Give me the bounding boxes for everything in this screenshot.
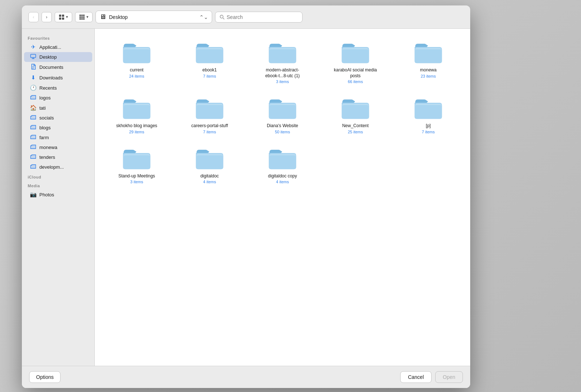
file-name: Diana's Website bbox=[267, 123, 298, 129]
file-item[interactable]: skhokho blog images 29 items bbox=[102, 92, 171, 138]
file-count: 29 items bbox=[129, 130, 144, 134]
svg-rect-3 bbox=[62, 17, 64, 20]
sidebar-item-desktop[interactable]: Desktop bbox=[24, 52, 92, 62]
blogs-icon bbox=[30, 125, 36, 131]
sidebar-item-label: tati bbox=[39, 105, 46, 111]
search-input[interactable] bbox=[227, 14, 298, 20]
cancel-button[interactable]: Cancel bbox=[400, 371, 432, 383]
tenders-icon bbox=[30, 154, 36, 160]
file-item[interactable]: [p] 7 items bbox=[394, 92, 463, 138]
sidebar-item-photos[interactable]: 📷 Photos bbox=[24, 189, 92, 200]
back-button[interactable]: ‹ bbox=[28, 12, 39, 22]
sidebar-item-logos[interactable]: logos bbox=[24, 93, 92, 103]
file-item[interactable]: modern-abstract-ebook-t...8-utc (1) 3 it… bbox=[248, 36, 317, 88]
folder-icon bbox=[195, 40, 224, 64]
sidebar-item-recents[interactable]: 🕐 Recents bbox=[24, 83, 92, 93]
folder-icon bbox=[268, 96, 297, 120]
folder-icon bbox=[341, 96, 370, 120]
location-text: Desktop bbox=[109, 14, 196, 20]
sidebar-item-tenders[interactable]: tenders bbox=[24, 152, 92, 162]
file-count: 24 items bbox=[129, 74, 144, 78]
downloads-icon: ⬇ bbox=[30, 74, 36, 81]
file-grid: current 24 items ebook1 7 items bbox=[102, 36, 463, 188]
file-count: 23 items bbox=[421, 74, 436, 78]
file-count: 4 items bbox=[203, 180, 216, 184]
toolbar: ‹ › ▾ ▾ bbox=[22, 5, 470, 29]
svg-rect-0 bbox=[59, 15, 61, 17]
sidebar-item-socials[interactable]: socials bbox=[24, 113, 92, 123]
sidebar-item-label: blogs bbox=[39, 125, 51, 130]
file-item[interactable]: karaboAI social media posts 66 items bbox=[321, 36, 390, 88]
sidebar-item-label: Recents bbox=[39, 85, 57, 91]
file-item[interactable]: digitaldoc copy 4 items bbox=[248, 142, 317, 189]
sidebar-item-applications[interactable]: ✈ Applicati... bbox=[24, 42, 92, 52]
svg-rect-14 bbox=[31, 54, 36, 58]
footer-actions: Cancel Open bbox=[400, 371, 463, 383]
file-item[interactable]: current 24 items bbox=[102, 36, 171, 88]
sidebar-item-label: Documents bbox=[39, 64, 63, 70]
icon-view-button[interactable]: ▾ bbox=[55, 12, 72, 22]
sidebar-item-downloads[interactable]: ⬇ Downloads bbox=[24, 72, 92, 83]
file-count: 7 items bbox=[203, 130, 216, 134]
sidebar-item-monewa[interactable]: monewa bbox=[24, 142, 92, 152]
sidebar-item-label: tenders bbox=[39, 154, 55, 160]
file-item[interactable]: Stand-up Meetings 3 items bbox=[102, 142, 171, 189]
sidebar-item-label: developm... bbox=[39, 164, 64, 170]
location-folder-icon: 🖥 bbox=[100, 13, 106, 21]
sidebar-item-label: Downloads bbox=[39, 75, 63, 81]
forward-button[interactable]: › bbox=[42, 12, 52, 22]
file-name: careers-portal-stuff bbox=[191, 123, 228, 129]
open-button[interactable]: Open bbox=[435, 371, 463, 383]
file-name: modern-abstract-ebook-t...8-utc (1) bbox=[261, 67, 304, 79]
file-count: 25 items bbox=[348, 130, 363, 134]
svg-rect-10 bbox=[79, 18, 81, 20]
sidebar-item-blogs[interactable]: blogs bbox=[24, 123, 92, 133]
file-item[interactable]: monewa 23 items bbox=[394, 36, 463, 88]
file-name: monewa bbox=[420, 67, 436, 73]
svg-rect-8 bbox=[81, 16, 83, 18]
photos-icon: 📷 bbox=[30, 191, 36, 198]
file-name: ebook1 bbox=[202, 67, 217, 73]
sidebar-item-label: monewa bbox=[39, 145, 57, 150]
sidebar-item-tati[interactable]: 🏠 tati bbox=[24, 103, 92, 113]
location-bar[interactable]: 🖥 Desktop ⌃⌄ bbox=[95, 11, 212, 23]
main-content: Favourites ✈ Applicati... Desktop bbox=[22, 29, 470, 366]
monewa-icon bbox=[30, 144, 36, 150]
file-item[interactable]: New_Content 25 items bbox=[321, 92, 390, 138]
file-name: current bbox=[130, 67, 143, 73]
folder-icon bbox=[122, 40, 151, 64]
sidebar-item-label: farm bbox=[39, 135, 49, 140]
sidebar-item-development[interactable]: developm... bbox=[24, 162, 92, 172]
sidebar-item-label: Applicati... bbox=[39, 44, 61, 50]
file-name: skhokho blog images bbox=[116, 123, 157, 129]
sidebar-item-label: logos bbox=[39, 95, 51, 101]
sidebar-item-label: Desktop bbox=[39, 54, 57, 60]
file-item[interactable]: digitaldoc 4 items bbox=[175, 142, 244, 189]
folder-icon bbox=[122, 146, 151, 170]
svg-rect-6 bbox=[83, 15, 85, 16]
recents-icon: 🕐 bbox=[30, 85, 36, 91]
sidebar-item-label: socials bbox=[39, 115, 54, 121]
file-count: 3 items bbox=[276, 79, 289, 84]
socials-icon bbox=[30, 115, 36, 121]
file-name: Stand-up Meetings bbox=[118, 173, 155, 179]
file-name: digitaldoc copy bbox=[268, 173, 297, 179]
sidebar-item-farm[interactable]: farm bbox=[24, 133, 92, 142]
svg-point-13 bbox=[220, 15, 223, 18]
grid-view-button[interactable]: ▾ bbox=[75, 12, 93, 22]
search-icon bbox=[220, 15, 225, 20]
file-name: New_Content bbox=[342, 123, 369, 129]
svg-rect-4 bbox=[79, 15, 81, 16]
folder-icon bbox=[268, 40, 297, 64]
svg-rect-1 bbox=[62, 15, 64, 17]
file-count: 4 items bbox=[276, 180, 289, 184]
file-name: digitaldoc bbox=[200, 173, 219, 179]
file-item[interactable]: careers-portal-stuff 7 items bbox=[175, 92, 244, 138]
folder-icon bbox=[122, 96, 151, 120]
options-button[interactable]: Options bbox=[29, 371, 61, 383]
file-item[interactable]: Diana's Website 50 items bbox=[248, 92, 317, 138]
development-icon bbox=[30, 164, 36, 170]
search-bar[interactable] bbox=[215, 12, 303, 23]
file-item[interactable]: ebook1 7 items bbox=[175, 36, 244, 88]
sidebar-item-documents[interactable]: Documents bbox=[24, 62, 92, 72]
